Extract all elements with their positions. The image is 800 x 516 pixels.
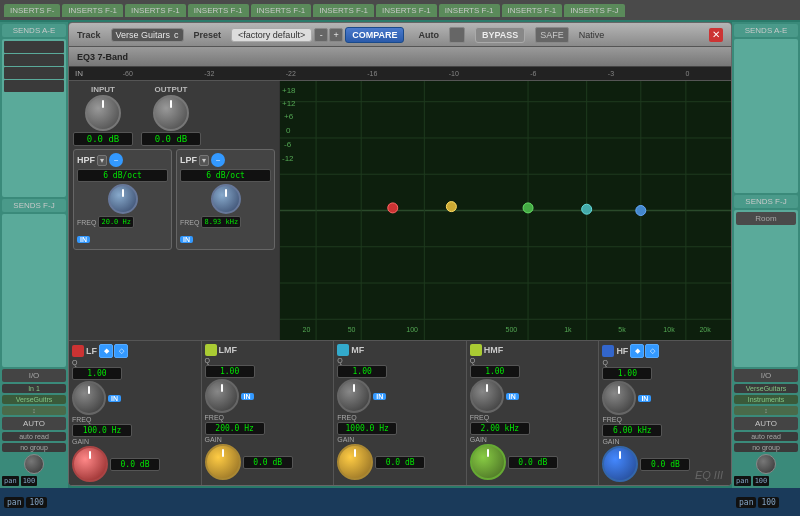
hpf-freq-label: FREQ bbox=[77, 219, 96, 226]
mf-gain-value[interactable]: 0.0 dB bbox=[375, 456, 425, 469]
inserts-tab-1[interactable]: INSERTS F-1 bbox=[62, 4, 123, 17]
right-pan-knob[interactable] bbox=[756, 454, 776, 474]
inserts-tab-left[interactable]: INSERTS F- bbox=[4, 4, 60, 17]
left-send-slot-3[interactable] bbox=[4, 67, 64, 79]
lmf-q-value[interactable]: 1.00 bbox=[205, 365, 255, 378]
inserts-tab-7[interactable]: INSERTS F-1 bbox=[439, 4, 500, 17]
hpf-freq-knob[interactable] bbox=[108, 184, 138, 214]
hf-extra-btns: ◆ ◇ bbox=[630, 344, 659, 358]
lmf-freq-knob[interactable] bbox=[205, 379, 239, 413]
lf-extra-btn-1[interactable]: ◆ bbox=[99, 344, 113, 358]
lf-header: LF ◆ ◇ bbox=[72, 344, 198, 358]
lf-gain-value[interactable]: 0.0 dB bbox=[110, 458, 160, 471]
native-label: Native bbox=[579, 30, 605, 40]
left-send-slot-2[interactable] bbox=[4, 54, 64, 66]
left-pan-number: 100 bbox=[21, 476, 38, 486]
input-knob[interactable] bbox=[85, 95, 121, 131]
track-selector[interactable]: Verse Guitars c bbox=[111, 28, 184, 42]
track-value: Verse Guitars bbox=[116, 30, 171, 40]
mf-indicator bbox=[337, 344, 349, 356]
inserts-tab-8[interactable]: INSERTS F-1 bbox=[502, 4, 563, 17]
output-knob[interactable] bbox=[153, 95, 189, 131]
hf-extra-btn-2[interactable]: ◇ bbox=[645, 344, 659, 358]
left-fader: ↕ bbox=[2, 406, 66, 415]
auto-icon[interactable] bbox=[449, 27, 465, 43]
output-knob-indicator bbox=[170, 100, 172, 108]
left-auto-read[interactable]: auto read bbox=[2, 432, 66, 441]
lpf-freq-knob[interactable] bbox=[211, 184, 241, 214]
lf-extra-btn-2[interactable]: ◇ bbox=[114, 344, 128, 358]
lmf-freq-indicator bbox=[221, 384, 223, 392]
lmf-freq-value[interactable]: 200.0 Hz bbox=[205, 422, 265, 435]
inserts-tab-right[interactable]: INSERTS F-J bbox=[564, 4, 624, 17]
right-instruments: Instruments bbox=[734, 395, 798, 404]
hf-gain-label: GAIN bbox=[602, 438, 728, 445]
inserts-tab-5[interactable]: INSERTS F-1 bbox=[313, 4, 374, 17]
hpf-icon[interactable]: ~ bbox=[109, 153, 123, 167]
hmf-q-value[interactable]: 1.00 bbox=[470, 365, 520, 378]
lpf-in-badge[interactable]: IN bbox=[180, 236, 193, 243]
right-strip: SENDS A-E SENDS F-J Room I/O VerseGuitar… bbox=[732, 22, 800, 488]
lf-freq-knob[interactable] bbox=[72, 381, 106, 415]
hf-gain-knob[interactable] bbox=[602, 446, 638, 482]
left-in1: In 1 bbox=[2, 384, 66, 393]
hpf-slope-dropdown[interactable]: ▾ bbox=[97, 155, 107, 166]
preset-selector[interactable]: <factory default> bbox=[231, 28, 312, 42]
lf-q-value[interactable]: 1.00 bbox=[72, 367, 122, 380]
lf-freq-value[interactable]: 100.0 Hz bbox=[72, 424, 132, 437]
preset-value: <factory default> bbox=[238, 30, 305, 40]
bypass-button[interactable]: BYPASS bbox=[475, 27, 525, 43]
filter-row: HPF ▾ ~ 6 dB/oct FREQ 20.0 Hz IN bbox=[73, 149, 275, 250]
hpf-in-badge[interactable]: IN bbox=[77, 236, 90, 243]
lpf-icon[interactable]: ~ bbox=[211, 153, 225, 167]
hmf-gain-knob[interactable] bbox=[470, 444, 506, 480]
hf-q-value[interactable]: 1.00 bbox=[602, 367, 652, 380]
right-auto-read[interactable]: auto read bbox=[734, 432, 798, 441]
hf-freq-knob[interactable] bbox=[602, 381, 636, 415]
mf-freq-value[interactable]: 1000.0 Hz bbox=[337, 422, 397, 435]
left-controls: INPUT 0.0 dB OUTPUT bbox=[69, 81, 279, 340]
hf-gain-value[interactable]: 0.0 dB bbox=[640, 458, 690, 471]
inserts-tab-2[interactable]: INSERTS F-1 bbox=[125, 4, 186, 17]
lmf-gain-knob[interactable] bbox=[205, 444, 241, 480]
left-send-slot-4[interactable] bbox=[4, 80, 64, 92]
lpf-slope-dropdown[interactable]: ▾ bbox=[199, 155, 209, 166]
lmf-gain-label: GAIN bbox=[205, 436, 331, 443]
output-value[interactable]: 0.0 dB bbox=[141, 132, 201, 146]
hmf-freq-value[interactable]: 2.00 kHz bbox=[470, 422, 530, 435]
right-no-group[interactable]: no group bbox=[734, 443, 798, 452]
hmf-header: HMF bbox=[470, 344, 596, 356]
meter-scale: -60 -32 -22 -16 -10 -6 -3 0 bbox=[87, 70, 725, 77]
hf-extra-btn-1[interactable]: ◆ bbox=[630, 344, 644, 358]
hmf-gain-value[interactable]: 0.0 dB bbox=[508, 456, 558, 469]
hmf-freq-knob[interactable] bbox=[470, 379, 504, 413]
hf-in-badge[interactable]: IN bbox=[638, 395, 651, 402]
safe-button[interactable]: SAFE bbox=[535, 27, 569, 43]
lf-gain-knob[interactable] bbox=[72, 446, 108, 482]
hmf-q-label: Q bbox=[470, 357, 596, 364]
minus-button[interactable]: - bbox=[314, 28, 328, 42]
mf-q-value[interactable]: 1.00 bbox=[337, 365, 387, 378]
lmf-gain-value[interactable]: 0.0 dB bbox=[243, 456, 293, 469]
hmf-freq-label: FREQ bbox=[470, 414, 596, 421]
svg-point-32 bbox=[523, 203, 533, 213]
mf-freq-knob[interactable] bbox=[337, 379, 371, 413]
inserts-tab-4[interactable]: INSERTS F-1 bbox=[251, 4, 312, 17]
plus-button[interactable]: + bbox=[329, 28, 343, 42]
mf-gain-knob[interactable] bbox=[337, 444, 373, 480]
hmf-in-badge[interactable]: IN bbox=[506, 393, 519, 400]
left-send-slot-1[interactable] bbox=[4, 41, 64, 53]
inserts-tab-3[interactable]: INSERTS F-1 bbox=[188, 4, 249, 17]
left-pan-knob[interactable] bbox=[24, 454, 44, 474]
right-pan-row bbox=[734, 454, 798, 474]
lmf-in-badge[interactable]: IN bbox=[241, 393, 254, 400]
compare-button[interactable]: COMPARE bbox=[345, 27, 404, 43]
mf-in-badge[interactable]: IN bbox=[373, 393, 386, 400]
close-button[interactable]: ✕ bbox=[709, 28, 723, 42]
left-no-group[interactable]: no group bbox=[2, 443, 66, 452]
inserts-tab-6[interactable]: INSERTS F-1 bbox=[376, 4, 437, 17]
hf-freq-value[interactable]: 6.00 kHz bbox=[602, 424, 662, 437]
lf-q-label: Q bbox=[72, 359, 198, 366]
input-value[interactable]: 0.0 dB bbox=[73, 132, 133, 146]
lf-in-badge[interactable]: IN bbox=[108, 395, 121, 402]
